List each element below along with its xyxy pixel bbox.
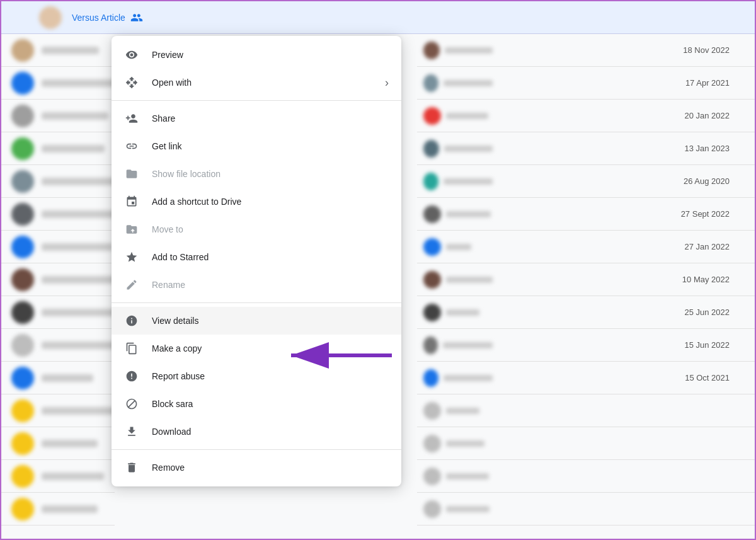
- menu-item-add_shortcut[interactable]: Add a shortcut to Drive: [112, 188, 401, 215]
- context-menu-overlay: PreviewOpen with›ShareGet linkShow file …: [1, 1, 755, 539]
- star-icon: [124, 250, 139, 265]
- report-icon: [124, 369, 139, 384]
- context-menu: PreviewOpen with›ShareGet linkShow file …: [112, 36, 401, 486]
- block-icon: [124, 396, 139, 411]
- menu-label-get_link: Get link: [152, 141, 389, 151]
- menu-label-rename: Rename: [152, 280, 389, 290]
- menu-label-remove: Remove: [152, 462, 389, 473]
- menu-divider: [112, 449, 401, 450]
- menu-label-make_copy: Make a copy: [152, 343, 389, 353]
- menu-item-download[interactable]: Download: [112, 418, 401, 445]
- menu-label-download: Download: [152, 427, 389, 437]
- menu-item-move_to: Move to: [112, 215, 401, 243]
- shortcut-icon: [124, 194, 139, 209]
- menu-item-make_copy[interactable]: Make a copy: [112, 335, 401, 362]
- menu-item-remove[interactable]: Remove: [112, 454, 401, 481]
- edit-icon: [124, 277, 139, 292]
- link-icon: [124, 139, 139, 154]
- menu-item-open_with[interactable]: Open with›: [112, 69, 401, 96]
- open_with-icon: [124, 75, 139, 90]
- menu-label-show_file_location: Show file location: [152, 169, 389, 179]
- menu-item-get_link[interactable]: Get link: [112, 132, 401, 160]
- eye-icon: [124, 47, 139, 62]
- menu-item-add_starred[interactable]: Add to Starred: [112, 243, 401, 271]
- menu-label-block: Block sara: [152, 399, 389, 409]
- move-icon: [124, 222, 139, 237]
- menu-item-share[interactable]: Share: [112, 105, 401, 132]
- menu-item-view_details[interactable]: View details: [112, 307, 401, 335]
- menu-item-report_abuse[interactable]: Report abuse: [112, 362, 401, 390]
- menu-label-preview: Preview: [152, 50, 389, 60]
- menu-item-block[interactable]: Block sara: [112, 390, 401, 418]
- menu-divider: [112, 302, 401, 303]
- menu-label-share: Share: [152, 113, 389, 124]
- menu-item-preview[interactable]: Preview: [112, 41, 401, 69]
- submenu-arrow-icon: ›: [385, 76, 389, 89]
- trash-icon: [124, 460, 139, 475]
- menu-label-add_shortcut: Add a shortcut to Drive: [152, 197, 389, 207]
- menu-label-add_starred: Add to Starred: [152, 252, 389, 262]
- person_add-icon: [124, 111, 139, 126]
- menu-item-show_file_location: Show file location: [112, 160, 401, 188]
- copy-icon: [124, 341, 139, 356]
- folder-icon: [124, 166, 139, 181]
- menu-label-open_with: Open with: [152, 78, 372, 88]
- menu-label-report_abuse: Report abuse: [152, 371, 389, 381]
- menu-label-move_to: Move to: [152, 224, 389, 234]
- menu-label-view_details: View details: [152, 316, 389, 326]
- menu-divider: [112, 100, 401, 101]
- download-icon: [124, 424, 139, 439]
- menu-item-rename: Rename: [112, 271, 401, 299]
- info-icon: [124, 313, 139, 328]
